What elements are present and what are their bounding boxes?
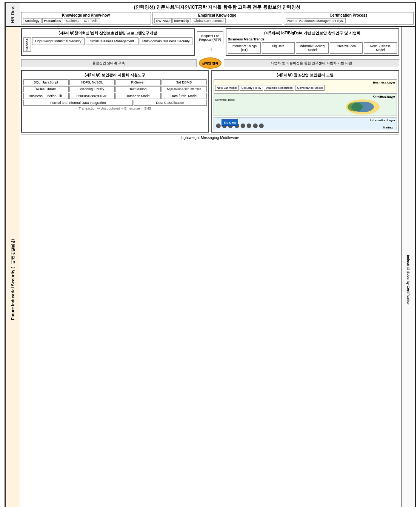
mining-label: Mining	[383, 126, 393, 129]
hr-col-empirical: Empirical Knowledge SW R&D Internship Gl…	[152, 12, 282, 25]
data-info-box: Data / Info. Model	[162, 93, 207, 99]
sec4-title: (제4세부)창의혁신/벤처 산업보호컨설팅 프로그램연구개발	[23, 31, 192, 36]
hr-col-cert-title: Certification Process	[286, 13, 412, 17]
hr-item-hrms: Human Resources Management Sys.	[286, 18, 346, 23]
new-biz-model: New Biz Model	[215, 85, 239, 91]
modeling-label: Modeling	[379, 96, 392, 99]
hr-col-knowledge-title: Knowledge and Know-how	[23, 13, 149, 17]
dataclass-box: Data Classification	[134, 100, 207, 106]
sec4-item1: Light-weight Industrial Security	[32, 37, 85, 45]
db-model-box: Database Model	[115, 93, 161, 99]
rfp-box: Request For Proposal (RFP)	[197, 31, 223, 44]
future-section: Future Industrial Security (미래산업보안) Indu…	[5, 27, 415, 507]
sec4-item2: Small Business Management	[86, 37, 138, 45]
iot-box: Internet of Things (IoT)	[228, 42, 261, 54]
pred-analysis-box: Predictive Analysis Lib.	[69, 93, 115, 99]
collaboration-circle: 산학연 협력	[199, 57, 222, 69]
biz-func-box: Business Function Lib.	[23, 93, 69, 99]
sec1right-title: (제1세부) 창조산업 보안관리 모델	[214, 73, 397, 78]
hr-col-cert: Certification Process Human Resources Ma…	[284, 12, 414, 25]
svg-point-2	[348, 102, 363, 111]
hr-item-sociology: Sociology	[23, 18, 42, 23]
commerce-banner: 사업화 및 기술이전을 통한 연구센터 자립화 기반 마련	[224, 59, 399, 67]
rules-box: Rules Library	[23, 86, 69, 92]
hr-item-ict: ICT Tech.	[82, 18, 100, 23]
hr-item-business: Business	[64, 18, 82, 23]
textmining-box: Text Mining	[115, 86, 161, 92]
valuable-res: Valuable Resources	[264, 85, 294, 91]
hr-col-empirical-title: Empirical Knowledge	[154, 13, 280, 17]
hr-col-knowledge: Knowledge and Know-how Sociology Humanit…	[21, 12, 151, 25]
appui-box: Application User Interface	[162, 86, 207, 92]
sec5-title: (제5세부) IoT/BigData 기반 산업보안 창의연구 및 사업화	[228, 31, 397, 36]
newbiz-box: New Business Model	[364, 42, 397, 54]
iscert-label: Industrial Security Certification	[401, 27, 415, 507]
biz-layer-label: Business Layer	[215, 81, 395, 84]
bmt-label: Business Mega Trends	[228, 37, 397, 41]
bigdata-block: Big Data	[222, 119, 238, 126]
governance-model: Governance Model	[295, 85, 325, 91]
hr-item-internship: Internship	[172, 18, 191, 23]
planning-box: Planning Library	[69, 86, 115, 92]
bigdata-box: Big Data	[262, 42, 295, 54]
dbms-box: 3rd DBMS	[162, 79, 207, 85]
future-label: Future Industrial Security (미래산업보안)	[5, 27, 20, 507]
hr-dev-title: (인력양성) 인문사회/디자인/ICT공학 지식을 함유함 고차원 전문 융합보…	[21, 4, 414, 11]
formal-box: Formal and Informal Data Integration	[23, 100, 133, 106]
hr-item-swr: SW R&D	[154, 18, 172, 23]
main-container: HR Dev. (인력양성) 인문사회/디자인/ICT공학 지식을 함유함 고차…	[5, 2, 416, 507]
hr-dev-section: HR Dev. (인력양성) 인문사회/디자인/ICT공학 지식을 함유함 고차…	[5, 3, 415, 27]
security-policy: Security Policy	[240, 85, 263, 91]
info-layer-label: Information Layer	[215, 119, 395, 122]
sec-model-box: Industrial Security Model	[296, 42, 329, 54]
fusion-banner: 융합산업 생태계 구축	[21, 59, 197, 67]
middleware-banner: Lightweight Messaging Middleware	[21, 134, 399, 141]
sec4-item3: Multi-domain Business Security	[140, 37, 192, 45]
transaction-row: Transaction ∞ Unstructured ∞ Enterprise …	[23, 107, 207, 110]
future-content: Industrial Security Certification (제4세부)…	[20, 27, 415, 507]
creative-box: Creative Idea	[330, 42, 363, 54]
rserver-box: R-Server	[115, 79, 161, 85]
hr-item-global: Global Competence	[192, 18, 226, 23]
sec1left-title: (제1세부) 보안관리 자동화 지원도구	[23, 73, 207, 78]
hr-item-humanities: Humanities	[42, 18, 63, 23]
hdfs-box: HDFS, NoSQL	[69, 79, 115, 85]
hr-dev-label: HR Dev.	[5, 3, 20, 26]
service-label: Service	[23, 37, 31, 52]
sql-box: SQL, JavaScript	[23, 79, 69, 85]
